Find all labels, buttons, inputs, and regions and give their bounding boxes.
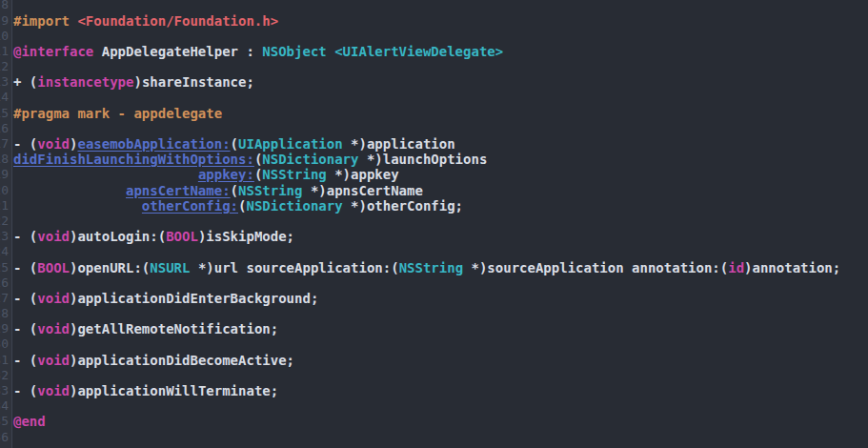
line-number: 27 [0,291,11,306]
code-line[interactable]: - (void)applicationDidBecomeActive; [13,353,868,368]
code-token-preprocessor: #import [13,13,77,29]
code-line[interactable] [13,214,868,229]
code-token-default [13,167,198,182]
code-token-default: )applicationDidEnterBackground; [70,291,318,306]
code-line[interactable]: #pragma mark - appdelegate [13,106,868,121]
code-token-keyword: BOOL [37,260,70,275]
code-line[interactable] [13,275,868,291]
line-number: 33 [0,383,11,398]
line-number: 30 [0,336,11,352]
code-token-type: NSString [399,260,463,275]
line-number: 22 [0,214,11,229]
code-token-selector: otherConfig: [142,198,238,214]
code-line[interactable] [13,430,868,445]
code-token-type: NSURL [150,260,190,275]
code-line[interactable]: otherConfig:(NSDictionary *)otherConfig; [13,198,868,214]
code-token-default: *)url sourceApplication:( [190,260,398,275]
code-line[interactable]: - (BOOL)openURL:(NSURL *)url sourceAppli… [13,260,868,275]
code-token-type: NSDictionary [262,152,358,167]
code-line[interactable] [13,0,868,13]
code-token-keyword: BOOL [166,229,198,244]
code-line[interactable]: - (void)easemobApplication:(UIApplicatio… [13,136,868,152]
line-number: 29 [0,321,11,336]
code-line[interactable] [13,306,868,321]
code-line[interactable] [13,336,868,352]
code-area[interactable]: #import <Foundation/Foundation.h>@interf… [12,0,868,448]
code-token-default [327,44,334,59]
code-line[interactable]: - (void)getAllRemoteNotification; [13,321,868,336]
code-line[interactable]: apnsCertName:(NSString *)apnsCertName [13,183,868,198]
code-line[interactable] [13,59,868,74]
code-token-default: )applicationDidBecomeActive; [70,353,294,368]
line-number: 26 [0,275,11,291]
line-number: 16 [0,121,11,136]
code-token-default: )isSkipMode; [198,229,294,244]
code-token-default [13,198,142,214]
line-number: 35 [0,414,11,429]
code-line[interactable]: #import <Foundation/Foundation.h> [13,13,868,29]
code-token-keyword: void [37,136,70,152]
code-line[interactable]: appkey:(NSString *)appkey [13,167,868,182]
code-token-default: )getAllRemoteNotification; [70,321,278,336]
code-line[interactable]: @end [13,414,868,429]
code-token-default: - ( [13,291,37,306]
code-token-type: NSString [238,183,302,198]
code-token-default: )shareInstance; [133,74,253,90]
code-token-default: *)application [343,136,455,152]
line-number: 11 [0,44,11,59]
code-token-selector: appkey: [198,167,254,182]
code-editor: 8910111213141516171819202122232425262728… [0,0,868,448]
line-number: 8 [0,0,11,13]
code-line[interactable] [13,29,868,44]
code-line[interactable] [13,90,868,105]
code-line-list: #import <Foundation/Foundation.h>@interf… [12,0,868,445]
code-token-keyword: id [728,260,744,275]
code-line[interactable]: - (void)applicationDidEnterBackground; [13,291,868,306]
line-number: 13 [0,74,11,90]
code-token-default: )autoLogin:( [70,229,166,244]
line-number: 9 [0,13,11,29]
code-token-default: *)apnsCertName [302,183,422,198]
code-token-selector: didFinishLaunchingWithOptions: [13,152,254,167]
code-token-default: )openURL:( [70,260,150,275]
code-token-default: - ( [13,136,37,152]
code-line[interactable]: @interface AppDelegateHelper : NSObject … [13,44,868,59]
code-line[interactable] [13,398,868,414]
line-number: 36 [0,430,11,445]
code-line[interactable]: - (void)applicationWillTerminate; [13,383,868,398]
code-line[interactable]: - (void)autoLogin:(BOOL)isSkipMode; [13,229,868,244]
code-line[interactable] [13,244,868,259]
code-token-selector: apnsCertName: [126,183,231,198]
code-line[interactable] [13,368,868,383]
code-token-keyword: void [37,229,70,244]
code-token-default: + ( [13,74,37,90]
line-number: 31 [0,353,11,368]
code-token-default: )applicationWillTerminate; [70,383,278,398]
code-token-selector: easemobApplication: [77,136,230,152]
code-token-default: - ( [13,229,37,244]
code-token-keyword: @end [13,414,46,429]
line-number: 34 [0,398,11,414]
code-token-type: NSObject [262,44,326,59]
line-number: 28 [0,306,11,321]
line-number: 10 [0,29,11,44]
code-token-default: - ( [13,260,37,275]
line-number: 32 [0,368,11,383]
code-line[interactable]: + (instancetype)shareInstance; [13,74,868,90]
code-token-keyword: void [37,383,70,398]
code-token-default: AppDelegateHelper : [93,44,262,59]
code-line[interactable]: didFinishLaunchingWithOptions:(NSDiction… [13,152,868,167]
code-token-default: *)otherConfig; [343,198,463,214]
line-number: 14 [0,90,11,105]
line-number: 21 [0,198,11,214]
code-token-default: - ( [13,353,37,368]
code-token-string: <Foundation/Foundation.h> [77,13,278,29]
code-token-type: UIApplication [238,136,343,152]
code-token-keyword: @interface [13,44,93,59]
line-number: 24 [0,244,11,259]
code-line[interactable] [13,121,868,136]
code-token-preprocessor: #pragma mark - appdelegate [13,106,222,121]
code-token-default: ( [231,183,238,198]
line-number-gutter: 8910111213141516171819202122232425262728… [0,0,12,448]
code-token-keyword: void [37,353,70,368]
